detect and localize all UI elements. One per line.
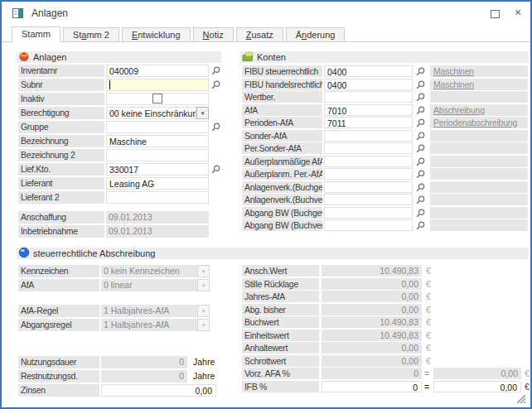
field-afa[interactable]: 7010 [324,104,413,116]
close-button[interactable]: × [509,5,527,21]
section-title-abschreibung: steuerrechtliche Abschreibung [33,248,155,258]
equals-sign: = [424,368,433,379]
field-anlagenverk-buchgew[interactable] [324,181,413,193]
maximize-icon [491,10,500,18]
link-cell-ausserplanmassige-afa [430,156,528,167]
label-per-sonder-afa: Per.Sonder-AfA [242,142,322,154]
field-fibu-handelsrechtlich[interactable]: 0400 [324,79,413,90]
field-abgang-bw-buchgew[interactable] [324,207,413,219]
triangle-down-icon: ▼ [199,267,209,277]
tab-stamm-2[interactable]: Stamm 2 [63,27,119,41]
label-anschaffung: Anschaffung [18,211,104,224]
dropdown-button-disabled: ▼ [197,305,210,317]
tab-zusatz[interactable]: Zusatz [236,27,283,41]
lookup-icon[interactable] [210,65,221,76]
euro-symbol: € [426,316,434,328]
field-berechtigung[interactable]: 00 keine Einschränkung [106,107,196,119]
label-anhaltewert: Anhaltewert [242,342,319,354]
field-bezeichnung-2[interactable] [106,149,209,161]
tab-notiz[interactable]: Notiz [193,27,234,41]
lookup-icon[interactable] [210,164,221,175]
euro-symbol: € [426,304,434,315]
lookup-icon[interactable] [415,66,426,77]
link-cell-ausserplanm-per-afa [430,168,528,180]
field-lieferant[interactable]: Leasing AG [106,177,209,190]
label-ansch-wert: Ansch.Wert [242,265,319,277]
field-ausserplanm-per-afa[interactable] [324,168,413,180]
euro-symbol: € [525,381,532,392]
lookup-icon[interactable] [210,122,221,132]
blue-sphere-icon [18,247,30,258]
lookup-icon[interactable] [415,92,426,103]
link-cell-anlagenverk-buchverl [430,194,528,205]
field-ifb-amount[interactable]: 0,00 [433,381,521,392]
field-zinsen[interactable]: 0,00 [101,384,216,397]
lookup-icon[interactable] [210,79,221,90]
label-bezeichnung-2: Bezeichnung 2 [18,149,104,161]
label-buchwert: Buchwert [242,316,319,328]
field-kennzeichen: 0 kein Kennzeichen [101,265,197,277]
lookup-icon[interactable] [415,169,426,180]
field-abgangsregel: 1 Halbjahres-AfA [101,319,197,331]
lookup-icon[interactable] [415,79,426,90]
field-gruppe[interactable] [106,121,209,133]
field-ansch-wert: 10.490,83 [322,265,422,277]
field-sonder-afa[interactable] [324,130,413,142]
lookup-icon[interactable] [415,195,426,205]
link-periodenabschreibung[interactable]: Periodenabschreibung [433,118,517,128]
link-cell-fibu-handelsrechtlich: Maschinen [430,79,528,90]
field-wertber[interactable] [324,91,413,103]
label-anlagenverk-buchgew: Anlagenverk.(Buchgew.) [242,181,322,193]
euro-symbol: € [525,368,532,379]
field-anlagenverk-buchverl[interactable] [324,194,413,205]
field-subnr[interactable] [106,79,209,91]
field-lief-kto[interactable]: 330017 [106,163,209,176]
triangle-down-icon: ▼ [199,281,209,291]
link-cell-per-sonder-afa [430,142,528,154]
field-lieferant-2[interactable] [106,191,209,204]
dropdown-button[interactable]: ▼ [196,107,209,119]
field-abgang-bw-buchverl[interactable] [324,219,413,231]
tab-anderung[interactable]: Änderung [286,27,346,41]
field-ifb[interactable]: 0 [322,381,422,392]
tab-entwicklung[interactable]: Entwicklung [122,27,191,41]
lookup-icon[interactable] [415,156,426,167]
lookup-icon[interactable] [415,208,426,219]
lookup-icon[interactable] [415,182,426,193]
field-fibu-steuerrechtlich[interactable]: 0400 [324,65,413,77]
label-kennzeichen: Kennzeichen [18,265,99,277]
equals-sign: = [424,381,433,392]
lookup-icon[interactable] [415,105,426,116]
lookup-icon[interactable] [415,131,426,142]
field-per-sonder-afa[interactable] [324,142,413,154]
field-ausserplanmassige-afa[interactable] [324,156,413,167]
label-schrottwert: Schrottwert [242,355,319,367]
dropdown-button-disabled: ▼ [197,319,210,331]
field-inventarnr[interactable]: 040009 [106,65,209,77]
lookup-icon[interactable] [415,143,426,154]
accounts-ledger-icon [242,51,254,62]
lookup-icon[interactable] [415,118,426,128]
resize-grip[interactable] [514,392,527,405]
section-title-anlagen: Anlagen [33,52,66,62]
label-inbetriebnahme: Inbetriebnahme [18,225,104,238]
field-buchwert: 10.490,83 [322,316,422,328]
label-wertber: Wertber. [242,91,322,103]
link-maschinen[interactable]: Maschinen [433,66,474,76]
triangle-down-icon: ▼ [199,306,209,316]
label-zinsen: Zinsen [18,384,99,397]
link-maschinen[interactable]: Maschinen [433,79,474,89]
link-abschreibung[interactable]: Abschreibung [433,105,485,115]
checkbox-inaktiv[interactable] [152,94,162,103]
lookup-icon[interactable] [415,220,426,231]
field-bezeichnung[interactable]: Maschine [106,135,209,147]
tab-stamm[interactable]: Stamm [12,26,60,42]
anlagen-window: Anlagen × StammStamm 2EntwicklungNotizZu… [0,0,532,409]
maximize-button[interactable] [486,7,504,21]
field-perioden-afa[interactable]: 7011 [324,117,413,128]
field-jahres-afa: 0,00 [322,291,422,302]
euro-symbol: € [426,342,434,354]
asset-house-icon [18,51,30,62]
link-cell-wertber [430,91,528,103]
window-icon [12,7,25,20]
